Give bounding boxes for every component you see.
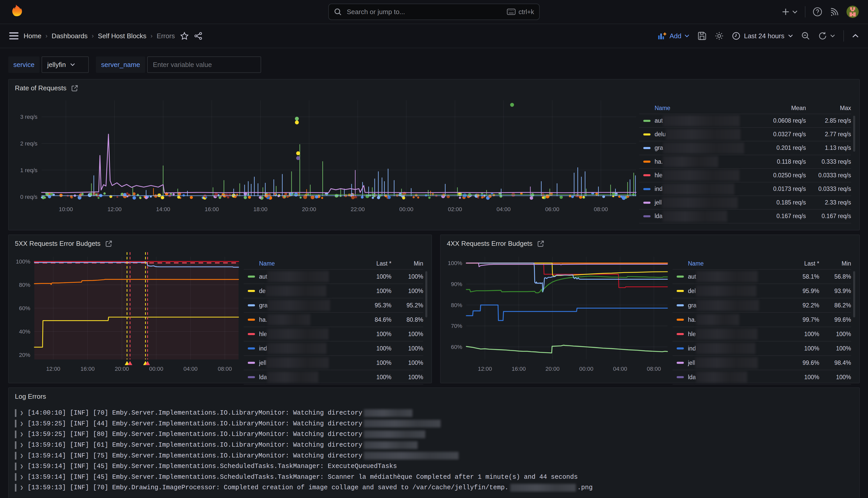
panel-title-4xx[interactable]: 4XX Requests Error Budgets — [441, 235, 859, 250]
log-expand-caret[interactable]: ❯ — [20, 442, 23, 448]
star-icon — [180, 32, 189, 40]
scatter-point — [190, 196, 193, 199]
breadcrumb-item-home[interactable]: Home — [24, 32, 41, 40]
legend-series-name[interactable]: gra — [655, 144, 663, 152]
legend-series-name[interactable]: aut — [259, 273, 267, 280]
log-expand-caret[interactable]: ❯ — [20, 431, 23, 438]
panel-title-text: Rate of Requests — [15, 84, 66, 92]
panel-title-logs[interactable]: Log Errors — [9, 388, 859, 403]
legend-series-name[interactable]: ha. — [655, 158, 663, 165]
series-color-chip — [643, 161, 651, 163]
external-link-icon[interactable] — [71, 85, 78, 92]
legend-header-name[interactable]: Name — [259, 260, 275, 267]
save-dashboard-button[interactable] — [698, 31, 706, 40]
collapse-toolbar-button[interactable] — [852, 34, 859, 38]
legend-series-name[interactable]: hle — [259, 331, 267, 338]
search-box[interactable]: ctrl+k — [328, 4, 540, 20]
variable-server-name-input[interactable] — [147, 56, 261, 73]
legend-header-col2[interactable]: Min — [819, 260, 851, 267]
log-level-bar — [15, 420, 16, 428]
legend-value-2: 2.85 req/s — [806, 117, 851, 124]
legend-header-row: NameLast *Min — [244, 258, 423, 270]
redacted-series-name — [696, 328, 758, 340]
share-button[interactable] — [194, 32, 203, 40]
new-button[interactable] — [782, 8, 798, 16]
legend-scrollbar[interactable] — [853, 271, 855, 317]
x-axis-tick-label: 08:00 — [594, 206, 608, 212]
add-button[interactable]: Add — [658, 32, 690, 40]
variable-service-select[interactable]: jellyfin — [42, 56, 89, 73]
legend-series-name[interactable]: ind — [259, 345, 267, 352]
dashboard-settings-button[interactable] — [715, 31, 724, 41]
legend-series-name[interactable]: ind — [655, 185, 663, 193]
legend-series-name[interactable]: delu — [655, 131, 666, 138]
legend-series-name[interactable]: hle — [688, 331, 696, 338]
external-link-icon[interactable] — [105, 240, 112, 247]
legend-series-name[interactable]: ha. — [259, 316, 267, 323]
favorite-button[interactable] — [180, 32, 189, 40]
4xx-error-budget-chart[interactable]: 60%70%80%90%100%12:0016:0020:0000:0004:0… — [443, 250, 672, 376]
legend-header-col1[interactable]: Mean — [755, 105, 806, 112]
log-expand-caret[interactable]: ❯ — [20, 484, 23, 491]
legend-series-name[interactable]: de — [259, 288, 266, 294]
panel-title-rate[interactable]: Rate of Requests — [9, 80, 859, 94]
grafana-logo[interactable] — [9, 4, 23, 19]
mega-menu-button[interactable] — [9, 32, 18, 40]
series-color-chip — [643, 174, 651, 176]
log-expand-caret[interactable]: ❯ — [20, 474, 23, 481]
breadcrumb-item-errors: Errors — [157, 32, 175, 40]
legend-series-name[interactable]: jell — [259, 359, 266, 366]
breadcrumb-item-self-host-blocks[interactable]: Self Host Blocks — [98, 32, 146, 40]
legend-series-name[interactable]: aut — [655, 117, 663, 124]
panel-title-5xx[interactable]: 5XX Requests Error Budgets — [9, 235, 431, 250]
rate-of-requests-chart[interactable]: 0 req/s1 req/s2 req/s3 req/s10:0012:0014… — [11, 94, 639, 217]
legend-series-name[interactable]: aut — [688, 273, 696, 280]
legend-header-col1[interactable]: Last * — [783, 260, 819, 267]
help-button[interactable] — [813, 7, 822, 17]
log-level-bar — [15, 484, 16, 492]
legend-scrollbar[interactable] — [853, 116, 855, 152]
zoom-out-button[interactable] — [801, 31, 810, 40]
log-expand-caret[interactable]: ❯ — [20, 452, 23, 459]
legend-row: lda100%100% — [672, 370, 851, 384]
legend-header-name[interactable]: Name — [688, 260, 704, 267]
legend-series-name[interactable]: gra — [259, 302, 268, 309]
log-expand-caret[interactable]: ❯ — [20, 463, 23, 470]
log-expand-caret[interactable]: ❯ — [20, 409, 23, 416]
legend-row: ind0.0173 req/s0.0333 req/s — [639, 182, 851, 196]
log-expand-caret[interactable]: ❯ — [20, 420, 23, 427]
legend-series-name[interactable]: del — [688, 288, 696, 294]
scatter-point — [139, 197, 141, 199]
search-input[interactable] — [346, 8, 503, 16]
legend-header-col1[interactable]: Last * — [356, 260, 391, 267]
legend-value-2: 2.77 req/s — [806, 131, 851, 138]
breadcrumb-item-dashboards[interactable]: Dashboards — [52, 32, 88, 40]
series-color-chip — [643, 215, 651, 217]
time-range-picker[interactable]: Last 24 hours — [732, 32, 793, 40]
external-link-icon[interactable] — [537, 240, 544, 247]
redacted-series-name — [666, 129, 740, 140]
legend-series-name[interactable]: gra — [688, 302, 696, 309]
legend-header-col2[interactable]: Max — [806, 105, 851, 112]
legend-value-2: 2.33 req/s — [806, 199, 851, 206]
legend-series-name[interactable]: jell — [655, 199, 662, 206]
legend-series-name[interactable]: lda — [688, 374, 696, 381]
log-text-segment: [14:00:10] [INF] [70] Emby.Server.Implem… — [27, 409, 362, 417]
legend-series-name[interactable]: hle — [655, 172, 663, 179]
legend-series-name[interactable]: ind — [688, 345, 696, 352]
user-avatar[interactable] — [846, 6, 859, 18]
news-button[interactable] — [829, 7, 839, 17]
legend-series-name[interactable]: jell — [688, 359, 695, 366]
5xx-error-budget-chart[interactable]: 20%40%60%80%100%12:0016:0020:0000:0004:0… — [11, 250, 244, 376]
legend-series-name[interactable]: lda — [655, 213, 663, 220]
legend-series-name[interactable]: lda — [259, 374, 267, 381]
legend-header-name[interactable]: Name — [655, 105, 670, 112]
legend-series-name[interactable]: ha. — [688, 316, 696, 323]
legend-header-col2[interactable]: Min — [391, 260, 423, 267]
legend-scrollbar[interactable] — [425, 271, 427, 317]
legend-row: ha.0.118 req/s0.333 req/s — [639, 155, 851, 169]
refresh-button[interactable] — [818, 31, 835, 40]
legend-value-1: 0.0327 req/s — [755, 131, 806, 138]
series-line-ind — [466, 305, 667, 320]
scatter-point — [41, 196, 43, 198]
